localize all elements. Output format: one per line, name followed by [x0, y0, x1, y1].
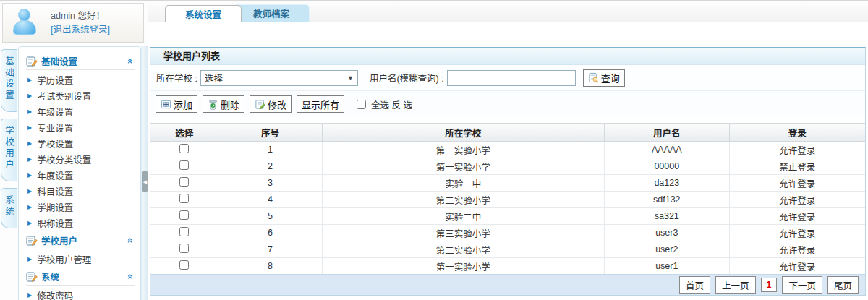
sidebar-item[interactable]: ▶年级设置 — [19, 103, 140, 119]
sidebar-item-label: 修改密码 — [37, 288, 73, 300]
sidebar-item[interactable]: ▶专业设置 — [19, 119, 140, 135]
user-text: admin 您好！ [退出系统登录] — [43, 9, 110, 37]
row-school-cell: 第二实验小学 — [322, 192, 604, 208]
top-tab[interactable]: 系统设置 — [165, 5, 242, 22]
row-school-cell: 第一实验小学 — [322, 158, 604, 175]
edit-button-label: 修改 — [268, 98, 286, 111]
main-area: 系统设置教师档案 学校用户列表 所在学校 : 选择 ▼ 用户名(模糊查询) : … — [148, 1, 868, 300]
collapse-chevron-icon[interactable]: « — [125, 273, 136, 280]
row-username-cell: user3 — [604, 225, 729, 241]
collapse-chevron-icon[interactable]: « — [125, 57, 136, 65]
row-username-cell: sa321 — [604, 208, 729, 225]
row-index-cell: 7 — [218, 241, 322, 258]
school-select[interactable]: 选择 ▼ — [200, 70, 358, 86]
row-index-cell: 3 — [218, 175, 322, 192]
row-select-cell — [150, 175, 218, 192]
sidebar-item-label: 学历设置 — [37, 73, 73, 87]
sidebar-menu: 基础设置«▶学历设置▶考试类别设置▶年级设置▶专业设置▶学校设置▶学校分类设置▶… — [18, 46, 141, 300]
sidebar-section-header[interactable]: 学校用户« — [26, 232, 135, 249]
school-select-value: 选择 — [205, 71, 223, 85]
row-index-cell: 1 — [218, 142, 322, 158]
edit-button[interactable]: 修改 — [250, 95, 292, 113]
select-all-checkbox[interactable] — [357, 100, 366, 109]
logout-link[interactable]: [退出系统登录] — [51, 23, 110, 37]
notepad-pencil-icon — [26, 271, 38, 283]
page-current-button[interactable]: 1 — [761, 278, 778, 292]
table-row: 8第一实验小学user1允许登录 — [150, 258, 865, 275]
sidebar-item[interactable]: ▶科目设置 — [19, 183, 140, 199]
row-checkbox[interactable] — [179, 210, 189, 220]
collapse-left-arrow-icon: ◀ — [143, 179, 147, 184]
delete-icon — [208, 99, 218, 110]
table-row: 5实验二中sa321允许登录 — [150, 208, 865, 225]
row-checkbox[interactable] — [179, 177, 189, 187]
sidebar-vertical-tab[interactable]: 基础设置 — [1, 49, 17, 112]
show-all-button[interactable]: 显示所有 — [297, 95, 344, 113]
row-username-cell: user1 — [604, 258, 729, 275]
sidebar-item[interactable]: ▶职称设置 — [19, 215, 140, 231]
row-checkbox[interactable] — [179, 260, 189, 270]
table-row: 3实验二中da123允许登录 — [150, 175, 865, 192]
row-select-cell — [150, 225, 218, 241]
row-school-cell: 第一实验小学 — [322, 258, 604, 275]
sidebar-splitter[interactable]: ◀ — [141, 46, 148, 300]
row-checkbox[interactable] — [179, 144, 189, 153]
row-checkbox[interactable] — [179, 244, 189, 253]
sidebar-item-label: 专业设置 — [37, 121, 73, 134]
row-username-cell: user2 — [604, 241, 729, 258]
collapse-chevron-icon[interactable]: « — [125, 236, 136, 244]
sidebar-item[interactable]: ▶修改密码 — [19, 287, 140, 300]
row-login-status: 禁止登录 — [729, 158, 865, 175]
search-button[interactable]: 查询 — [583, 69, 625, 87]
panel-header: 学校用户列表 — [150, 48, 865, 65]
triangle-bullet-icon: ▶ — [27, 220, 32, 226]
page-next-button[interactable]: 下一页 — [782, 276, 822, 294]
top-tabstrip: 系统设置教师档案 — [148, 1, 868, 22]
sidebar-vertical-tab[interactable]: 系统 — [1, 188, 17, 228]
triangle-bullet-icon: ▶ — [27, 256, 32, 262]
row-checkbox[interactable] — [179, 160, 189, 170]
sidebar-item[interactable]: ▶年度设置 — [19, 167, 140, 183]
column-header: 登录 — [729, 124, 865, 142]
row-checkbox[interactable] — [179, 227, 189, 236]
sidebar-section-header[interactable]: 系统« — [26, 268, 135, 286]
page-first-button[interactable]: 首页 — [679, 276, 710, 294]
username-input[interactable] — [447, 70, 576, 86]
sidebar-item-label: 考试类别设置 — [37, 89, 91, 103]
sidebar-item[interactable]: ▶学历设置 — [19, 72, 140, 87]
triangle-bullet-icon: ▶ — [27, 188, 32, 194]
row-index-cell: 6 — [218, 225, 322, 241]
column-header: 选择 — [150, 124, 218, 142]
show-all-button-label: 显示所有 — [302, 98, 339, 111]
page-last-button[interactable]: 尾页 — [827, 276, 859, 294]
row-checkbox[interactable] — [179, 194, 189, 203]
sidebar-item[interactable]: ▶学期设置 — [19, 199, 140, 215]
user-table: 选择序号所在学校用户名登录 1第一实验小学AAAAA允许登录2第一实验小学000… — [150, 123, 865, 275]
avatar-box — [6, 7, 43, 40]
row-select-cell — [150, 192, 218, 208]
row-login-status: 允许登录 — [729, 208, 865, 225]
sidebar-item[interactable]: ▶考试类别设置 — [19, 87, 140, 103]
row-login-status: 允许登录 — [729, 258, 865, 275]
sidebar-item-label: 学期设置 — [37, 200, 73, 214]
sidebar-item[interactable]: ▶学校用户管理 — [19, 251, 140, 267]
sidebar-item-label: 科目设置 — [37, 184, 73, 198]
sidebar-section-header[interactable]: 基础设置« — [26, 53, 135, 70]
row-select-cell — [150, 258, 218, 275]
sidebar-collapse-handle[interactable]: ◀ — [142, 171, 148, 192]
sidebar-item[interactable]: ▶学校设置 — [19, 135, 140, 151]
row-username-cell: sdf132 — [604, 192, 729, 208]
top-tab[interactable]: 教师档案 — [233, 4, 310, 22]
column-header: 用户名 — [604, 124, 729, 142]
sidebar-vertical-tab[interactable]: 学校用户 — [1, 119, 17, 181]
triangle-bullet-icon: ▶ — [27, 156, 32, 163]
page-prev-button[interactable]: 上一页 — [715, 276, 756, 294]
user-panel: admin 您好！ [退出系统登录] — [2, 3, 144, 43]
sidebar-item[interactable]: ▶学校分类设置 — [19, 151, 140, 167]
add-icon — [161, 99, 171, 110]
sidebar-item-label: 学校分类设置 — [37, 153, 91, 166]
sidebar-item-label: 年级设置 — [37, 105, 73, 119]
add-button[interactable]: 添加 — [156, 95, 197, 113]
delete-button[interactable]: 删除 — [203, 95, 244, 113]
row-login-status: 允许登录 — [729, 142, 865, 158]
